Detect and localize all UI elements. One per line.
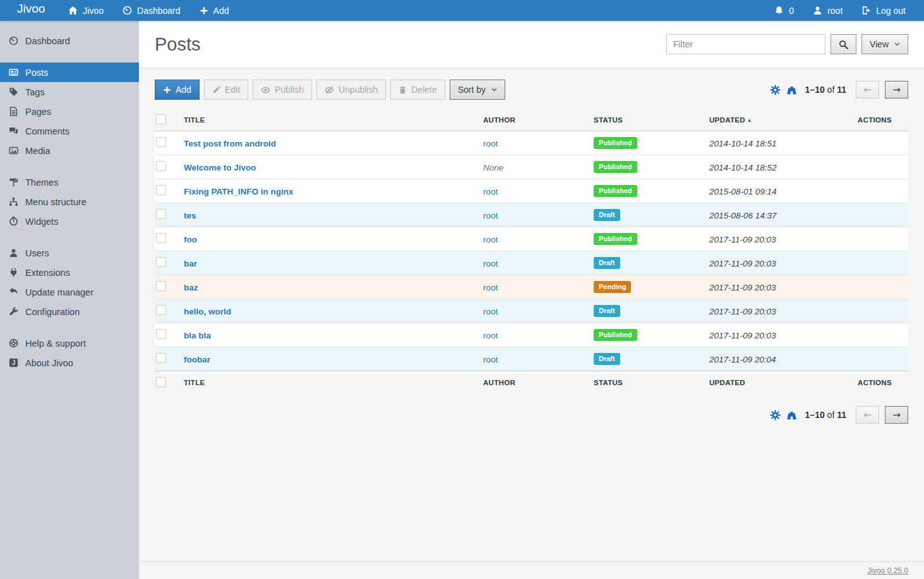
select-all-checkbox[interactable] bbox=[156, 114, 166, 124]
sidebar-item-label: Media bbox=[25, 146, 51, 156]
select-all-checkbox[interactable] bbox=[156, 377, 166, 387]
pagination-prev-button[interactable]: ← bbox=[856, 406, 879, 424]
post-author[interactable]: root bbox=[483, 331, 498, 340]
filter-input[interactable] bbox=[666, 34, 825, 54]
sidebar-item-tags[interactable]: Tags bbox=[0, 82, 139, 102]
column-footer-author[interactable]: Author bbox=[478, 379, 589, 386]
column-header-author[interactable]: Author bbox=[478, 116, 589, 124]
column-header-updated[interactable]: Updated▲ bbox=[704, 116, 841, 124]
table-row: Welcome to Jivoo None Published 2014-10-… bbox=[155, 155, 908, 179]
post-updated: 2014-10-14 18:52 bbox=[709, 163, 777, 172]
post-author[interactable]: root bbox=[483, 235, 498, 244]
stopwatch-icon bbox=[9, 217, 18, 226]
nav-logout[interactable]: Log out bbox=[852, 0, 915, 21]
post-title-link[interactable]: tes bbox=[184, 211, 196, 220]
post-title-link[interactable]: bla bla bbox=[184, 331, 211, 340]
sidebar-item-label: Posts bbox=[25, 68, 48, 78]
post-author[interactable]: root bbox=[483, 187, 498, 196]
search-icon bbox=[839, 40, 848, 49]
row-checkbox[interactable] bbox=[156, 281, 166, 291]
row-checkbox[interactable] bbox=[156, 161, 166, 171]
image-icon bbox=[9, 146, 18, 155]
nav-user[interactable]: root bbox=[803, 0, 852, 21]
post-title-link[interactable]: baz bbox=[184, 283, 198, 292]
post-title-link[interactable]: Test post from android bbox=[184, 139, 276, 148]
pagination-prev-button[interactable]: ← bbox=[856, 81, 879, 98]
table-footer-row: Title Author Status Updated Actions bbox=[155, 371, 908, 393]
row-checkbox[interactable] bbox=[156, 185, 166, 195]
sidebar-item-comments[interactable]: Comments bbox=[0, 121, 139, 141]
column-footer-status[interactable]: Status bbox=[589, 379, 704, 386]
pagination-next-button[interactable]: → bbox=[885, 406, 908, 424]
settings-gear-icon[interactable] bbox=[770, 85, 781, 95]
column-footer-title[interactable]: Title bbox=[179, 379, 478, 386]
post-author[interactable]: root bbox=[483, 355, 498, 364]
row-checkbox[interactable] bbox=[156, 137, 166, 147]
edit-button[interactable]: Edit bbox=[204, 80, 248, 100]
sidebar-item-extensions[interactable]: Extensions bbox=[0, 263, 139, 282]
sidebar-item-update-manager[interactable]: Update manager bbox=[0, 282, 139, 302]
sidebar-item-media[interactable]: Media bbox=[0, 141, 139, 160]
post-title-link[interactable]: foo bbox=[184, 235, 197, 244]
pagination-range: 1–10 of 11 bbox=[805, 85, 846, 95]
column-header-status[interactable]: Status bbox=[589, 116, 704, 124]
sidebar-item-posts[interactable]: Posts bbox=[0, 63, 139, 82]
sidebar-item-pages[interactable]: Pages bbox=[0, 102, 139, 121]
logout-icon bbox=[861, 6, 871, 15]
nav-home[interactable]: Jivoo bbox=[59, 0, 113, 21]
unpublish-button-label: Unpublish bbox=[339, 85, 378, 95]
post-title-link[interactable]: hello, world bbox=[184, 307, 231, 316]
post-title-link[interactable]: foobar bbox=[184, 355, 210, 364]
row-checkbox[interactable] bbox=[156, 209, 166, 219]
view-dropdown-button[interactable]: View bbox=[861, 34, 908, 54]
post-author[interactable]: root bbox=[483, 139, 498, 148]
table-row: bar root Draft 2017-11-09 20:03 bbox=[155, 251, 908, 275]
post-updated: 2015-08-06 14:37 bbox=[709, 211, 777, 220]
sidebar-item-dashboard[interactable]: Dashboard bbox=[0, 31, 139, 51]
publish-button[interactable]: Publish bbox=[253, 80, 312, 100]
post-author[interactable]: root bbox=[483, 283, 498, 292]
table-row: foobar root Draft 2017-11-09 20:04 bbox=[155, 347, 908, 371]
sidebar-item-themes[interactable]: Themes bbox=[0, 172, 139, 192]
post-updated: 2017-11-09 20:03 bbox=[709, 259, 776, 268]
column-header-title[interactable]: Title bbox=[179, 116, 478, 124]
navbar-left: Jivoo Dashboard Add bbox=[59, 0, 238, 21]
post-author[interactable]: root bbox=[483, 211, 498, 220]
sidebar-item-configuration[interactable]: Configuration bbox=[0, 302, 139, 321]
pagination-next-button[interactable]: → bbox=[885, 81, 908, 98]
sort-by-dropdown-button[interactable]: Sort by bbox=[450, 80, 505, 100]
nav-dashboard[interactable]: Dashboard bbox=[113, 0, 190, 21]
eye-icon bbox=[261, 85, 270, 95]
binoculars-icon[interactable] bbox=[786, 410, 797, 421]
search-button[interactable] bbox=[831, 34, 856, 54]
row-checkbox[interactable] bbox=[156, 353, 166, 363]
unpublish-button[interactable]: Unpublish bbox=[316, 80, 386, 100]
status-badge: Draft bbox=[594, 257, 620, 269]
version-link[interactable]: Jivoo 0.25.0 bbox=[867, 566, 908, 575]
row-checkbox[interactable] bbox=[156, 329, 166, 339]
post-title-link[interactable]: Fixing PATH_INFO in nginx bbox=[184, 187, 294, 196]
row-checkbox[interactable] bbox=[156, 233, 166, 243]
row-checkbox[interactable] bbox=[156, 257, 166, 267]
row-checkbox[interactable] bbox=[156, 305, 166, 315]
sidebar-item-menu-structure[interactable]: Menu structure bbox=[0, 192, 139, 212]
sidebar: Dashboard Posts Tags Pages Comments bbox=[0, 21, 139, 579]
nav-add[interactable]: Add bbox=[190, 0, 239, 21]
post-author[interactable]: root bbox=[483, 259, 498, 268]
post-title-link[interactable]: Welcome to Jivoo bbox=[184, 163, 256, 172]
sidebar-item-help-support[interactable]: Help & support bbox=[0, 333, 139, 353]
post-title-link[interactable]: bar bbox=[184, 259, 197, 268]
sidebar-item-about-jivoo[interactable]: J About Jivoo bbox=[0, 353, 139, 373]
tag-icon bbox=[9, 87, 18, 97]
sidebar-item-users[interactable]: Users bbox=[0, 243, 139, 263]
brand-logo[interactable]: Jivoo bbox=[0, 0, 59, 21]
pagination-total: 11 bbox=[837, 410, 846, 420]
binoculars-icon[interactable] bbox=[786, 85, 797, 95]
add-button[interactable]: Add bbox=[155, 80, 200, 100]
nav-notifications[interactable]: 0 bbox=[765, 0, 803, 21]
column-footer-updated[interactable]: Updated bbox=[704, 379, 841, 386]
delete-button[interactable]: Delete bbox=[390, 80, 445, 100]
post-author[interactable]: root bbox=[483, 307, 498, 316]
sidebar-item-widgets[interactable]: Widgets bbox=[0, 212, 139, 231]
settings-gear-icon[interactable] bbox=[770, 410, 781, 421]
